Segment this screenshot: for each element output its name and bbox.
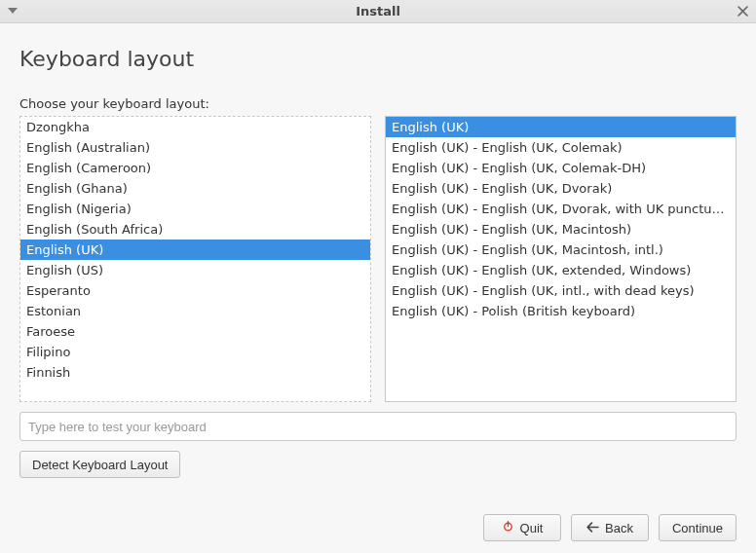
layout-language-item[interactable]: Filipino — [20, 342, 370, 362]
continue-button[interactable]: Continue — [659, 514, 737, 541]
layout-variant-item[interactable]: English (UK) - English (UK, intl., with … — [386, 280, 736, 301]
layout-variant-item[interactable]: English (UK) — [386, 117, 736, 137]
layout-language-item[interactable]: English (South Africa) — [20, 219, 370, 240]
layout-language-item[interactable]: English (Australian) — [20, 137, 370, 158]
back-button[interactable]: Back — [571, 514, 649, 541]
back-button-label: Back — [605, 521, 633, 535]
layout-variant-item[interactable]: English (UK) - English (UK, extended, Wi… — [386, 260, 736, 280]
layout-language-item[interactable]: English (Nigeria) — [20, 199, 370, 219]
layout-language-item[interactable]: English (Cameroon) — [20, 158, 370, 178]
titlebar: Install — [0, 0, 756, 23]
continue-button-label: Continue — [672, 521, 723, 535]
back-arrow-icon — [586, 521, 599, 535]
layout-language-item[interactable]: Finnish — [20, 362, 370, 383]
layout-variant-item[interactable]: English (UK) - English (UK, Colemak-DH) — [386, 158, 736, 178]
content-area: Keyboard layout Choose your keyboard lay… — [0, 23, 756, 553]
quit-button[interactable]: Quit — [483, 514, 561, 541]
layout-variant-list[interactable]: English (UK)English (UK) - English (UK, … — [385, 116, 737, 402]
layout-lists: DzongkhaEnglish (Australian)English (Cam… — [19, 116, 737, 402]
layout-variant-item[interactable]: English (UK) - English (UK, Dvorak, with… — [386, 199, 736, 219]
detect-keyboard-layout-button[interactable]: Detect Keyboard Layout — [19, 451, 180, 478]
layout-variant-item[interactable]: English (UK) - Polish (British keyboard) — [386, 301, 736, 321]
layout-language-item[interactable]: English (UK) — [20, 240, 370, 260]
page-title: Keyboard layout — [19, 47, 737, 71]
choose-layout-label: Choose your keyboard layout: — [19, 96, 737, 111]
close-icon[interactable] — [735, 3, 750, 18]
layout-variant-item[interactable]: English (UK) - English (UK, Macintosh, i… — [386, 240, 736, 260]
layout-language-list[interactable]: DzongkhaEnglish (Australian)English (Cam… — [19, 116, 371, 402]
layout-language-item[interactable]: English (US) — [20, 260, 370, 280]
detect-button-label: Detect Keyboard Layout — [32, 458, 168, 472]
detect-row: Detect Keyboard Layout — [19, 451, 737, 478]
layout-language-item[interactable]: Esperanto — [20, 280, 370, 301]
layout-variant-item[interactable]: English (UK) - English (UK, Macintosh) — [386, 219, 736, 240]
layout-variant-item[interactable]: English (UK) - English (UK, Colemak) — [386, 137, 736, 158]
keyboard-test-input[interactable] — [19, 412, 737, 441]
layout-language-item[interactable]: English (Ghana) — [20, 178, 370, 199]
footer-buttons: Quit Back Continue — [19, 500, 737, 541]
window-title: Install — [356, 4, 400, 18]
layout-language-item[interactable]: Faroese — [20, 321, 370, 342]
window-menu-dropdown-icon[interactable] — [6, 4, 19, 18]
layout-language-item[interactable]: Dzongkha — [20, 117, 370, 137]
layout-language-item[interactable]: Estonian — [20, 301, 370, 321]
quit-button-label: Quit — [520, 521, 544, 535]
power-icon — [502, 520, 514, 535]
layout-variant-item[interactable]: English (UK) - English (UK, Dvorak) — [386, 178, 736, 199]
